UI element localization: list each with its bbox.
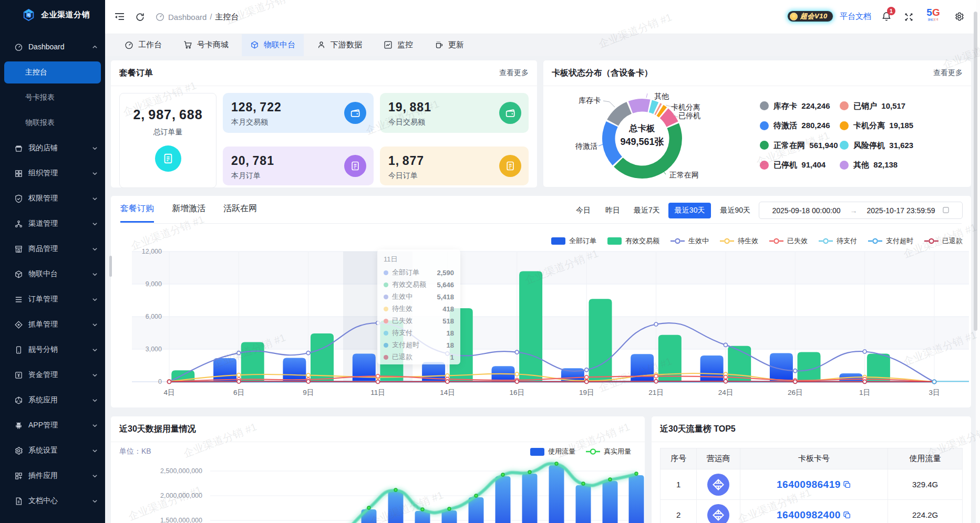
svg-text:19日: 19日 (579, 389, 594, 396)
svg-text:2,000,000,000: 2,000,000,000 (160, 492, 202, 499)
svg-text:12,000: 12,000 (142, 248, 162, 255)
svg-text:4日: 4日 (163, 389, 174, 396)
svg-text:0: 0 (158, 378, 162, 385)
svg-text:21日: 21日 (648, 389, 664, 396)
svg-text:16日: 16日 (510, 389, 525, 396)
svg-text:11日: 11日 (370, 389, 385, 396)
svg-text:26日: 26日 (788, 389, 803, 396)
svg-text:号: 号 (26, 13, 31, 17)
svg-text:14日: 14日 (440, 389, 455, 396)
svg-text:1日: 1日 (859, 389, 870, 396)
svg-text:1,500,000,000: 1,500,000,000 (160, 517, 202, 523)
svg-text:9日: 9日 (303, 389, 314, 396)
svg-text:6日: 6日 (233, 389, 244, 396)
svg-text:3日: 3日 (929, 389, 940, 396)
svg-text:6,000: 6,000 (146, 313, 162, 320)
svg-text:3,000: 3,000 (146, 346, 162, 353)
svg-text:9,000: 9,000 (146, 280, 162, 288)
svg-text:2,500,000,000: 2,500,000,000 (160, 467, 202, 475)
svg-text:24日: 24日 (718, 389, 734, 396)
